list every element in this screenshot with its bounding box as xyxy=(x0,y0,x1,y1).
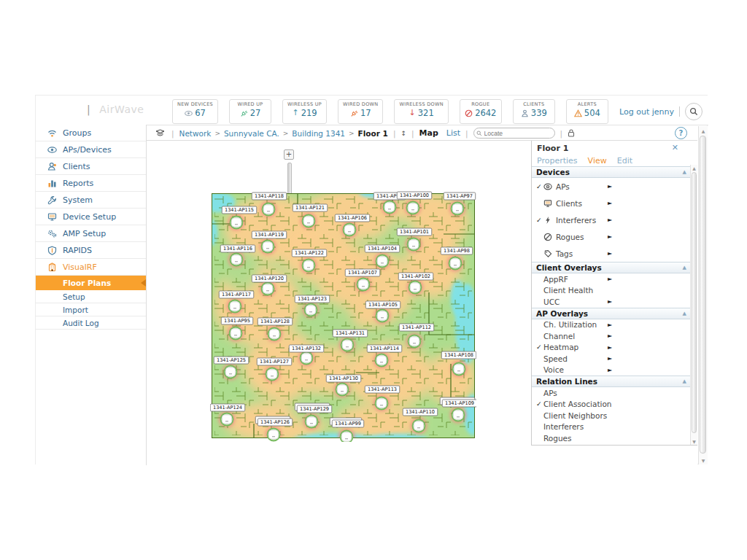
stat-wired-down[interactable]: WIRED DOWN 17 xyxy=(338,99,383,124)
sidebar-item-rapids[interactable]: RAPIDS xyxy=(36,242,146,259)
panel-row-tags[interactable]: Tags► xyxy=(532,245,691,262)
ap-marker[interactable] xyxy=(301,352,313,365)
sidebar-item-audit-log[interactable]: Audit Log xyxy=(36,316,146,330)
panel-row-client-health[interactable]: Client Health xyxy=(532,285,691,297)
section-header-devices[interactable]: Devices▲ xyxy=(532,166,691,178)
ap-label[interactable]: 1341-AP122 xyxy=(292,249,327,257)
collapse-icon[interactable]: ▲ xyxy=(683,169,686,175)
ap-marker[interactable] xyxy=(230,327,242,340)
collapse-icon[interactable]: ▲ xyxy=(683,378,686,384)
sidebar-item-amp-setup[interactable]: AMP Setup xyxy=(36,225,146,242)
sort-arrows-icon[interactable]: ↕ xyxy=(400,130,406,137)
ap-label[interactable]: 1341-AP109 xyxy=(442,400,476,407)
ap-label[interactable]: 1341-AP127 xyxy=(257,358,292,365)
sidebar-item-device-setup[interactable]: Device Setup xyxy=(36,209,146,225)
page-scrollbar[interactable]: ▲ ▼ xyxy=(698,126,708,464)
stat-clients[interactable]: CLIENTS 339 xyxy=(513,99,555,124)
ap-marker[interactable] xyxy=(452,203,464,215)
ap-label[interactable]: 1341-AP116 xyxy=(220,245,255,252)
ap-marker[interactable] xyxy=(268,429,280,441)
stat-alerts[interactable]: ALERTS 504 xyxy=(566,99,608,124)
panel-row-heatmap[interactable]: ✓Heatmap► xyxy=(532,342,691,354)
sidebar-item-setup[interactable]: Setup xyxy=(36,290,146,303)
ap-label[interactable]: 1341-AP105 xyxy=(365,301,400,308)
ap-marker[interactable] xyxy=(266,368,279,381)
panel-close-icon[interactable]: ✕ xyxy=(672,143,678,152)
ap-marker[interactable] xyxy=(407,202,419,214)
ap-marker[interactable] xyxy=(409,281,422,294)
panel-row-channel[interactable]: Channel► xyxy=(532,330,691,342)
panel-row-rogues[interactable]: Rogues xyxy=(532,432,691,444)
ap-label[interactable]: 1341-AP124 xyxy=(210,404,245,411)
ap-label[interactable]: 1341-AP119 xyxy=(252,231,287,238)
collapse-icon[interactable]: ▲ xyxy=(683,265,686,271)
ap-label[interactable]: 1341-AP98 xyxy=(441,247,472,254)
section-header-ap-overlays[interactable]: AP Overlays▲ xyxy=(532,308,691,319)
panel-row-ucc[interactable]: UCC► xyxy=(532,296,691,308)
expand-arrow-icon[interactable]: ► xyxy=(608,250,612,257)
ap-label[interactable]: 1341-AP95 xyxy=(221,317,252,324)
ap-marker[interactable] xyxy=(303,260,315,272)
floor-plan-heatmap[interactable]: 1341-AP118 1341-AP115 1341-AP121 1341-AP… xyxy=(210,189,476,442)
expand-arrow-icon[interactable]: ► xyxy=(608,217,612,223)
ap-label[interactable]: 1341-AP104 xyxy=(365,245,400,252)
logout-link[interactable]: Log out jenny xyxy=(619,107,674,117)
ap-marker[interactable] xyxy=(268,328,281,341)
ap-marker[interactable] xyxy=(376,397,388,410)
ap-marker[interactable] xyxy=(341,431,353,443)
sidebar-item-clients[interactable]: Clients xyxy=(36,158,146,175)
panel-row-clients[interactable]: Clients► xyxy=(532,195,691,211)
help-icon[interactable]: ? xyxy=(675,127,687,139)
ap-label[interactable]: 1341-AP100 xyxy=(397,192,432,199)
stat-wireless-down[interactable]: WIRELESS DOWN ↓ 321 xyxy=(394,99,448,124)
ap-label[interactable]: 1341-AP114 xyxy=(367,345,402,352)
tab-map[interactable]: Map xyxy=(419,128,438,138)
ap-marker[interactable] xyxy=(357,279,370,291)
ap-label[interactable]: 1341-AP130 xyxy=(326,375,361,382)
locate-input[interactable] xyxy=(473,128,555,139)
sidebar-item-aps-devices[interactable]: APs/Devices xyxy=(36,141,146,158)
ap-marker[interactable] xyxy=(449,257,462,270)
ap-label[interactable]: 1341-AP97 xyxy=(444,192,475,200)
ap-label[interactable]: 1341-AP110 xyxy=(403,408,438,416)
expand-arrow-icon[interactable]: ► xyxy=(608,276,612,282)
expand-arrow-icon[interactable]: ► xyxy=(608,233,612,240)
ap-marker[interactable] xyxy=(229,300,241,313)
ap-label[interactable]: 1341-AP101 xyxy=(397,228,432,236)
stat-new-devices[interactable]: NEW DEVICES 67 xyxy=(172,99,218,124)
ap-marker[interactable] xyxy=(344,224,356,236)
ap-label[interactable]: 1341-AP112 xyxy=(399,324,434,331)
expand-arrow-icon[interactable]: ► xyxy=(608,332,612,339)
ap-label[interactable]: 1341-AP126 xyxy=(258,419,293,426)
ap-marker[interactable] xyxy=(384,201,396,214)
expand-arrow-icon[interactable]: ► xyxy=(608,367,612,373)
ap-marker[interactable] xyxy=(303,215,315,228)
ap-marker[interactable] xyxy=(231,254,243,266)
ap-marker[interactable] xyxy=(452,409,465,421)
ap-marker[interactable] xyxy=(305,304,317,316)
panel-row-speed[interactable]: Speed► xyxy=(532,353,691,365)
sidebar-item-groups[interactable]: Groups xyxy=(36,125,146,141)
panel-row-client-neighbors[interactable]: Client Neighbors xyxy=(532,410,691,421)
ap-label[interactable]: 1341-AP113 xyxy=(365,386,400,393)
panel-row-rogues[interactable]: Rogues► xyxy=(532,228,691,245)
expand-arrow-icon[interactable]: ► xyxy=(608,322,612,328)
expand-arrow-icon[interactable]: ► xyxy=(608,298,612,305)
stat-wired-up[interactable]: WIRED UP 27 xyxy=(229,99,271,124)
panel-row-surveys[interactable]: Surveys xyxy=(532,444,691,446)
zoom-in-button[interactable]: + xyxy=(284,149,294,160)
panel-row-ch-utilization[interactable]: Ch. Utilization► xyxy=(532,319,691,331)
ap-label[interactable]: 1341-AP128 xyxy=(258,318,293,325)
expand-arrow-icon[interactable]: ► xyxy=(608,200,612,206)
panel-row-interferers[interactable]: ✓Interferers► xyxy=(532,211,691,228)
section-header-client-overlays[interactable]: Client Overlays▲ xyxy=(532,262,691,273)
ap-label[interactable]: 1341-AP129 xyxy=(297,405,332,413)
sidebar-item-system[interactable]: System xyxy=(36,192,146,209)
ap-marker[interactable] xyxy=(453,363,465,376)
ap-marker[interactable] xyxy=(376,310,389,322)
ap-label[interactable]: 1341-AP108 xyxy=(441,351,476,359)
ap-label[interactable]: 1341-AP121 xyxy=(293,204,328,211)
ap-label[interactable]: 1341-AP117 xyxy=(219,291,254,298)
sidebar-item-floor-plans[interactable]: Floor Plans xyxy=(36,276,146,290)
ap-label[interactable]: 1341-AP115 xyxy=(222,206,257,214)
